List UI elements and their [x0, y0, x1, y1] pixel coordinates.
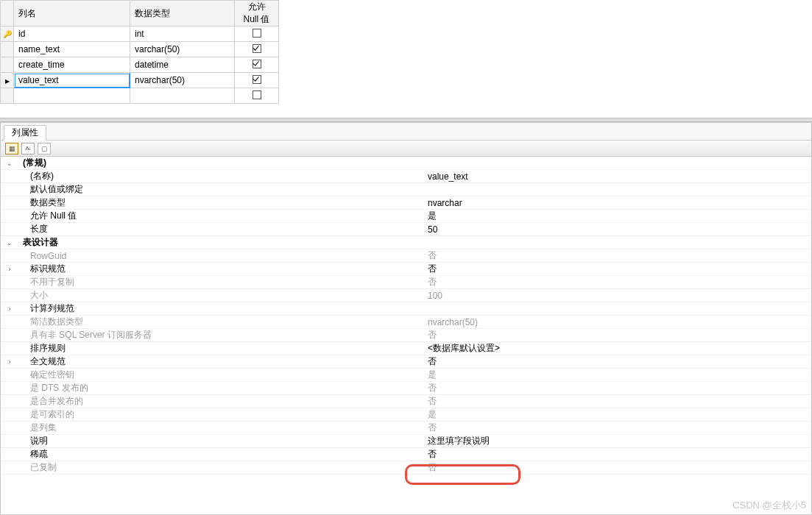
- allow-null-checkbox[interactable]: [253, 90, 261, 99]
- column-type-cell[interactable]: [130, 88, 235, 104]
- property-row[interactable]: 长度50: [1, 223, 811, 236]
- tab-column-properties[interactable]: 列属性: [4, 125, 46, 141]
- property-value[interactable]: <数据库默认设置>: [426, 342, 811, 355]
- property-value[interactable]: value_text: [426, 171, 811, 182]
- column-name-cell[interactable]: create_time: [14, 57, 130, 73]
- alphabetical-view-button[interactable]: A↓: [21, 143, 35, 154]
- expander-icon[interactable]: ⌄: [1, 160, 18, 167]
- table-row[interactable]: [1, 88, 279, 104]
- column-type-cell[interactable]: nvarchar(50): [130, 73, 235, 88]
- property-row[interactable]: 数据类型nvarchar: [1, 196, 811, 210]
- property-pages-button[interactable]: ▢: [38, 143, 51, 154]
- property-value: 否: [426, 422, 811, 434]
- property-name: 允许 Null 值: [18, 210, 426, 222]
- column-name-cell[interactable]: id: [14, 26, 130, 42]
- property-name: 数据类型: [18, 196, 426, 209]
- columns-table[interactable]: 列名 数据类型 允许 Null 值 🔑idintname_textvarchar…: [0, 0, 279, 104]
- property-row[interactable]: 说明这里填字段说明: [1, 435, 811, 448]
- property-row: 大小100: [1, 289, 811, 302]
- column-null-cell[interactable]: [235, 57, 279, 73]
- property-name: 全文规范: [18, 355, 426, 368]
- property-row: 是可索引的是: [1, 408, 811, 422]
- property-name: 简洁数据类型: [18, 316, 426, 328]
- property-value[interactable]: 否: [426, 355, 811, 368]
- property-name: 不用于复制: [18, 276, 426, 288]
- table-row[interactable]: name_textvarchar(50): [1, 42, 279, 57]
- table-row[interactable]: value_textnvarchar(50): [1, 73, 279, 88]
- property-row[interactable]: 默认值或绑定: [1, 183, 811, 196]
- allow-null-checkbox[interactable]: [253, 60, 261, 68]
- expander-icon[interactable]: ›: [1, 305, 18, 313]
- properties-tabstrip: 列属性: [1, 123, 811, 141]
- column-name-cell[interactable]: [14, 88, 130, 104]
- property-name: 是列集: [18, 422, 426, 434]
- column-null-cell[interactable]: [235, 88, 279, 104]
- property-row: 简洁数据类型nvarchar(50): [1, 316, 811, 329]
- property-value: nvarchar(50): [426, 317, 811, 327]
- columns-header-type[interactable]: 数据类型: [130, 1, 235, 26]
- property-name: 具有非 SQL Server 订阅服务器: [18, 329, 426, 341]
- properties-grid[interactable]: ⌄(常规)(名称)value_text默认值或绑定数据类型nvarchar允许 …: [1, 157, 811, 514]
- property-row[interactable]: ›全文规范否: [1, 355, 811, 369]
- property-name: RowGuid: [18, 251, 426, 261]
- property-value: 否: [426, 461, 811, 474]
- property-name: 大小: [18, 289, 426, 302]
- column-type-cell[interactable]: int: [130, 26, 235, 42]
- property-row[interactable]: (名称)value_text: [1, 170, 811, 183]
- allow-null-checkbox[interactable]: [253, 29, 261, 38]
- property-name: 稀疏: [18, 448, 426, 461]
- property-row[interactable]: 允许 Null 值是: [1, 210, 811, 223]
- allow-null-checkbox[interactable]: [253, 75, 261, 84]
- property-value[interactable]: 否: [426, 263, 811, 275]
- row-marker: [1, 73, 14, 88]
- expander-icon[interactable]: ›: [1, 358, 18, 366]
- expander-icon[interactable]: ›: [1, 266, 18, 273]
- column-null-cell[interactable]: [235, 42, 279, 57]
- property-value[interactable]: 是: [426, 210, 811, 222]
- table-row[interactable]: create_timedatetime: [1, 57, 279, 73]
- property-value: 否: [426, 276, 811, 288]
- property-name: 是合并发布的: [18, 395, 426, 408]
- property-category[interactable]: ⌄(常规): [1, 157, 811, 170]
- column-null-cell[interactable]: [235, 73, 279, 88]
- property-name: 标识规范: [18, 263, 426, 275]
- property-value[interactable]: 否: [426, 448, 811, 461]
- column-type-cell[interactable]: datetime: [130, 57, 235, 73]
- column-properties-panel: 列属性 ▦ A↓ ▢ ⌄(常规)(名称)value_text默认值或绑定数据类型…: [0, 122, 812, 515]
- column-null-cell[interactable]: [235, 26, 279, 42]
- row-marker: [1, 57, 14, 73]
- column-name-cell[interactable]: value_text: [14, 73, 130, 88]
- property-category[interactable]: ⌄表设计器: [1, 236, 811, 249]
- property-name: 是可索引的: [18, 408, 426, 421]
- property-name: (常规): [18, 157, 426, 169]
- table-row[interactable]: 🔑idint: [1, 26, 279, 42]
- columns-header-null[interactable]: 允许 Null 值: [235, 1, 279, 26]
- property-name: 默认值或绑定: [18, 183, 426, 196]
- property-row: RowGuid否: [1, 249, 811, 263]
- columns-header-name[interactable]: 列名: [14, 1, 130, 26]
- property-row[interactable]: 稀疏否: [1, 448, 811, 461]
- property-row: 是 DTS 发布的否: [1, 382, 811, 395]
- properties-toolbar: ▦ A↓ ▢: [1, 141, 811, 157]
- property-value[interactable]: 这里填字段说明: [426, 435, 811, 447]
- current-row-icon: [5, 75, 10, 85]
- property-value[interactable]: 50: [426, 224, 811, 235]
- property-row[interactable]: ›标识规范否: [1, 263, 811, 276]
- row-marker: 🔑: [1, 26, 14, 42]
- property-row: 具有非 SQL Server 订阅服务器否: [1, 329, 811, 342]
- allow-null-checkbox[interactable]: [253, 44, 261, 53]
- column-type-cell[interactable]: varchar(50): [130, 42, 235, 57]
- property-name: (名称): [18, 170, 426, 182]
- property-row[interactable]: 排序规则<数据库默认设置>: [1, 342, 811, 355]
- column-name-cell[interactable]: name_text: [14, 42, 130, 57]
- property-row[interactable]: ›计算列规范: [1, 302, 811, 316]
- expander-icon[interactable]: ⌄: [1, 239, 18, 246]
- row-marker: [1, 88, 14, 104]
- property-row: 不用于复制否: [1, 276, 811, 289]
- property-value: 100: [426, 291, 811, 301]
- property-value[interactable]: nvarchar: [426, 198, 811, 208]
- property-value: 否: [426, 329, 811, 341]
- property-value: 否: [426, 249, 811, 262]
- property-row: 是合并发布的否: [1, 395, 811, 408]
- categorized-view-button[interactable]: ▦: [5, 143, 18, 154]
